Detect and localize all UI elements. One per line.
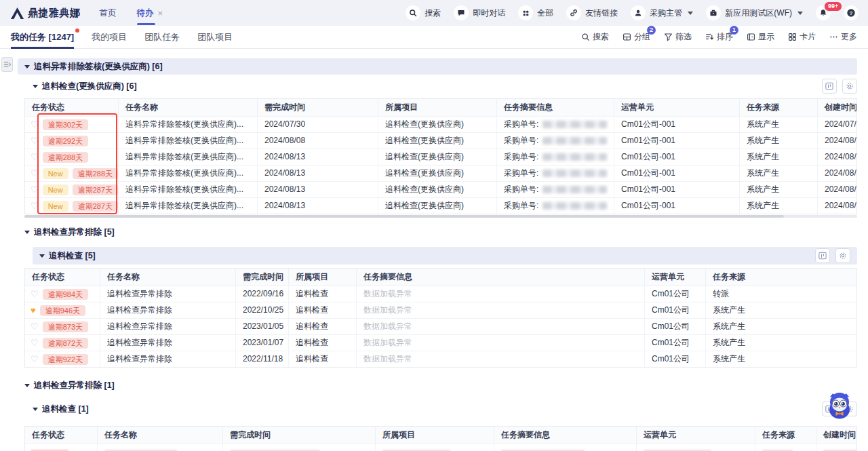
search-action[interactable]: 搜索 bbox=[581, 31, 609, 43]
cell-task-status: ♡New逾期287天 bbox=[25, 198, 119, 214]
tab-my-tasks[interactable]: 我的任务 [1247] bbox=[11, 31, 74, 43]
table-row[interactable]: ♥逾期946天追料检查异常排除2022/10/25追料检查数据加载异常Cm01公… bbox=[25, 302, 856, 318]
column-header-task-status: 任务状态 bbox=[25, 427, 98, 444]
task-table-1: 任务状态任务名称需完成时间所属项目任务摘要信息运营单元任务来源创建时间♡逾期30… bbox=[24, 98, 857, 214]
card-view-action[interactable]: 卡片 bbox=[788, 31, 816, 43]
global-search-button[interactable]: 搜索 bbox=[406, 5, 441, 20]
cell-task-status: ♡逾期872天 bbox=[25, 335, 100, 351]
tab-my-projects[interactable]: 我的项目 bbox=[92, 31, 127, 43]
cell-task-name: 追料检查异常排除 bbox=[100, 335, 236, 351]
group-title: 追料检查异常排除 [5] bbox=[34, 227, 115, 238]
notifications-button[interactable]: 99+ bbox=[816, 5, 831, 20]
all-apps-button[interactable]: 全部 bbox=[518, 5, 553, 20]
status-badge-overdue: 逾期872天 bbox=[43, 338, 88, 349]
display-action[interactable]: 显示 bbox=[747, 31, 774, 43]
instant-chat-label: 即时对话 bbox=[473, 7, 505, 19]
more-action[interactable]: 更多 bbox=[829, 31, 857, 43]
group-header-3[interactable]: 追料检查异常排除 [1] bbox=[24, 377, 115, 393]
user-role-menu[interactable]: 采购主管 bbox=[631, 5, 693, 20]
help-button[interactable]: ? bbox=[844, 5, 859, 20]
favorite-icon[interactable]: ♡ bbox=[31, 153, 39, 161]
cell-due-time: 2024/08/13 bbox=[258, 182, 378, 197]
friend-links-label: 友情链接 bbox=[585, 7, 618, 19]
table-row[interactable]: ♡逾期288天追料异常排除签核(更换供应商)...2024/08/13追料检查(… bbox=[25, 149, 857, 165]
filter-icon bbox=[664, 33, 673, 41]
tab-team-tasks[interactable]: 团队任务 bbox=[144, 31, 180, 43]
list-actions: 搜索 分组 2 筛选 排序 1 显示 卡片 更多 bbox=[581, 31, 857, 43]
instant-chat-button[interactable]: 即时对话 bbox=[454, 5, 505, 20]
favorite-icon[interactable]: ♡ bbox=[31, 120, 39, 129]
group-title: 追料异常排除签核(更换供应商) [6] bbox=[34, 61, 163, 73]
column-header-business-unit: 运营单元 bbox=[637, 427, 755, 444]
favorite-icon[interactable]: ♡ bbox=[31, 169, 39, 178]
tab-team-projects[interactable]: 团队项目 bbox=[197, 31, 233, 43]
cell-business-unit: Cm01公司-001 bbox=[614, 149, 740, 165]
favorite-icon[interactable]: ♡ bbox=[31, 201, 39, 210]
kanban-view-button[interactable] bbox=[822, 79, 837, 94]
favorite-icon[interactable]: ♡ bbox=[31, 136, 39, 145]
cell-task-name: 追料检查异常排除 bbox=[100, 319, 236, 334]
table-row[interactable]: ♡逾期984天追料检查异常排除2022/09/16追料检查数据加载异常Cm01公… bbox=[25, 286, 856, 302]
nav-tab-home[interactable]: 首页 bbox=[100, 7, 117, 19]
table-row[interactable]: ♡逾期922天追料检查异常排除2022/11/18追料检查数据加载异常Cm01公… bbox=[25, 351, 856, 367]
horizontal-scrollbar[interactable] bbox=[24, 215, 857, 218]
status-badge-overdue: 逾期288天 bbox=[43, 152, 88, 163]
column-header-task-name: 任务名称 bbox=[98, 427, 223, 444]
scrollbar-thumb[interactable] bbox=[24, 215, 784, 218]
unread-dot bbox=[75, 28, 79, 33]
chat-icon bbox=[454, 5, 469, 20]
cell-business-unit: Cm01公司 bbox=[645, 302, 706, 318]
favorite-icon[interactable]: ♡ bbox=[31, 338, 39, 347]
collapse-caret-icon bbox=[24, 65, 30, 68]
friend-links-button[interactable]: 友情链接 bbox=[566, 5, 618, 20]
table-row[interactable] bbox=[25, 444, 857, 451]
favorite-icon[interactable]: ♡ bbox=[31, 355, 39, 364]
search-icon bbox=[581, 33, 590, 41]
settings-gear-button[interactable] bbox=[842, 79, 857, 94]
cell-task-source: 系统产生 bbox=[706, 351, 857, 367]
cell-due-time: 2022/11/18 bbox=[236, 351, 289, 367]
table-row[interactable]: ♡逾期873天追料检查异常排除2023/01/05追料检查数据加载异常Cm01公… bbox=[25, 318, 856, 334]
column-header-summary: 任务摘要信息 bbox=[494, 427, 637, 444]
cell-summary: 采购单号: bbox=[497, 182, 614, 197]
cell-business-unit: Cm01公司-001 bbox=[614, 182, 740, 197]
table-row[interactable]: ♡New逾期288天追料异常排除签核(更换供应商)...2024/08/13追料… bbox=[25, 165, 857, 181]
nav-tab-todo[interactable]: 待办 × bbox=[137, 7, 163, 19]
cell-business-unit: Cm01公司 bbox=[645, 335, 706, 351]
subgroup-header-3[interactable]: 追料检查 [1] bbox=[33, 399, 857, 419]
view-tabs: 我的任务 [1247] 我的项目 团队任务 团队项目 bbox=[11, 26, 233, 49]
subgroup-header-2[interactable]: 追料检查 [5] bbox=[33, 247, 857, 264]
filter-action[interactable]: 筛选 bbox=[664, 31, 692, 43]
svg-text:?: ? bbox=[850, 10, 853, 16]
close-icon[interactable]: × bbox=[158, 8, 163, 18]
table-row[interactable]: ♡逾期292天追料异常排除签核(更换供应商)...2024/08/08追料检查(… bbox=[25, 132, 857, 149]
favorite-icon[interactable]: ♡ bbox=[31, 185, 39, 194]
subgroup-tools bbox=[822, 79, 857, 94]
favorite-icon[interactable]: ♡ bbox=[31, 322, 39, 331]
cell-project: 追料检查(更换供应商) bbox=[378, 198, 497, 214]
table-row[interactable]: ♡New逾期287天追料异常排除签核(更换供应商)...2024/08/13追料… bbox=[25, 181, 857, 197]
table-row[interactable]: ♡逾期302天追料异常排除签核(更换供应商)...2024/07/30追料检查(… bbox=[25, 116, 857, 132]
table-row[interactable]: ♡New逾期287天追料异常排除签核(更换供应商)...2024/08/13追料… bbox=[25, 197, 857, 214]
column-header-task-name: 任务名称 bbox=[119, 99, 258, 116]
subgroup-header-1[interactable]: 追料检查(更换供应商) [6] bbox=[33, 76, 857, 96]
group-header-2[interactable]: 追料检查异常排除 [5] bbox=[24, 224, 115, 240]
favorite-icon[interactable]: ♥ bbox=[31, 306, 36, 315]
cell-task-status: ♡New逾期288天 bbox=[25, 165, 119, 181]
kanban-view-button[interactable] bbox=[815, 248, 830, 263]
cell-task-name: 追料异常排除签核(更换供应商)... bbox=[119, 198, 258, 214]
column-header-task-source: 任务来源 bbox=[740, 99, 818, 116]
muted-text: 数据加载异常 bbox=[363, 286, 412, 302]
group-header-1[interactable]: 追料异常排除签核(更换供应商) [6] bbox=[18, 58, 857, 75]
column-header-project: 所属项目 bbox=[378, 99, 497, 116]
sidebar-expand-toggle[interactable] bbox=[1, 57, 13, 72]
favorite-icon[interactable]: ♡ bbox=[31, 290, 39, 298]
table-row[interactable]: ♡逾期872天追料检查异常排除2023/01/07追料检查数据加载异常Cm01公… bbox=[25, 334, 856, 351]
assistant-mascot[interactable] bbox=[823, 389, 856, 422]
collapse-caret-icon bbox=[33, 85, 38, 88]
sort-action[interactable]: 排序 1 bbox=[705, 31, 733, 43]
cell-task-source: 系统产生 bbox=[740, 117, 818, 132]
group-action[interactable]: 分组 2 bbox=[623, 31, 650, 43]
settings-gear-button[interactable] bbox=[835, 248, 850, 263]
workspace-menu[interactable]: 新应用测试区(WF) bbox=[706, 5, 803, 20]
